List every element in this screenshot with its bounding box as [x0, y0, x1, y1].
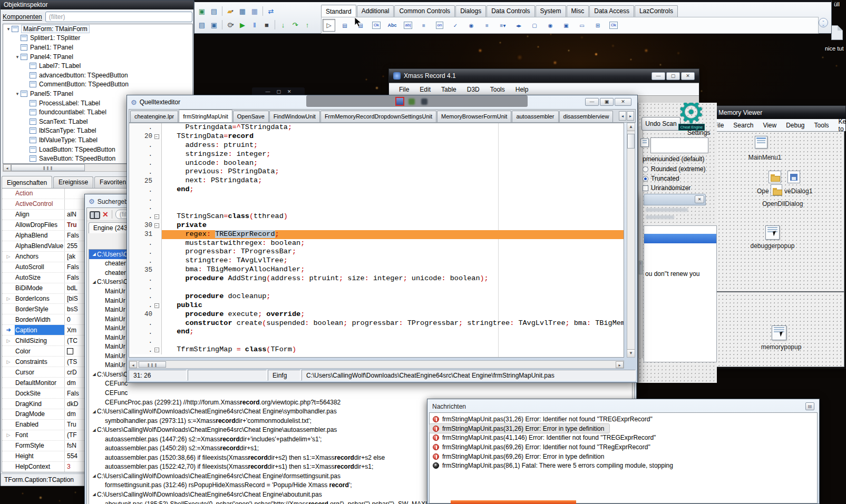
code-line[interactable]: . procedure AddString(address: ptruint; … [129, 274, 624, 283]
palette-tab-lazcontrols[interactable]: LazControls [635, 5, 678, 17]
code-line[interactable]: 30− private [129, 221, 624, 230]
expand-icon[interactable]: ▷ [2, 338, 15, 343]
code-line[interactable]: . end; [129, 328, 624, 337]
close-button[interactable]: ✕ [681, 72, 695, 80]
menu-item-view[interactable]: View [758, 120, 781, 131]
tree-item[interactable]: Panel1: TPanel [3, 43, 192, 52]
tree-item[interactable]: Label7: TLabel [3, 61, 192, 71]
tactionlist-icon[interactable]: Ok [607, 19, 620, 32]
editor-tab-opensave[interactable]: OpenSave [233, 111, 269, 122]
cursor-tool-icon[interactable]: ▷ [323, 19, 335, 32]
editor-tab-disassemblerview[interactable]: disassemblerview [559, 111, 614, 122]
menu-item-help[interactable]: Help [511, 84, 533, 95]
tcombobox-icon[interactable]: ≡▾ [497, 19, 509, 32]
code-line[interactable]: 40 procedure execute; override; [129, 310, 624, 319]
tpanel-icon[interactable]: ▭ [576, 19, 588, 32]
code-line[interactable]: . Pstringdata=^TStringdata; [129, 123, 624, 132]
expanded-icon[interactable]: ▾ [14, 91, 21, 96]
tframe-icon[interactable]: ⊞ [591, 19, 604, 32]
search-match-row[interactable]: CEFunc [89, 388, 632, 398]
editor-vscrollbar[interactable]: ▲ ▼ [627, 123, 635, 358]
component-label[interactable]: OpenDllDialog [762, 200, 803, 207]
expanded-icon[interactable]: ▾ [5, 26, 12, 32]
run-icon[interactable]: ▶ [237, 19, 248, 30]
code-line[interactable]: . address: ptruint; [129, 141, 624, 150]
code-line[interactable]: . [129, 337, 624, 345]
code-line[interactable]: . unicode: boolean; [129, 159, 624, 168]
tab-favoriten[interactable]: Favoriten [94, 176, 131, 188]
editor-tab-frmstringmapunit[interactable]: frmStringMapUnit [179, 110, 232, 122]
message-row[interactable]: frmStringMapUnit.pas(41,146) Error: Iden… [430, 433, 817, 442]
code-line[interactable]: . constructor create(suspended: boolean;… [129, 319, 624, 328]
palette-tab-common-controls[interactable]: Common Controls [394, 5, 455, 17]
tbutton-icon[interactable]: Ok [370, 19, 383, 32]
code-line[interactable]: . stringtree: TAvgLvlTree; [129, 256, 624, 265]
tgroupbox-icon[interactable]: ▢ [528, 19, 541, 32]
tmemo-icon[interactable]: ≡ [417, 19, 430, 32]
component-label[interactable]: Ope [757, 187, 769, 195]
tree-item[interactable]: ▾MainForm: TMainForm [3, 24, 192, 34]
menu-item-tools[interactable]: Tools [810, 120, 834, 131]
menu-item-table[interactable]: Table [436, 84, 461, 95]
code-line[interactable]: . [129, 283, 624, 292]
code-line[interactable]: .− public [129, 301, 624, 310]
memorypopup-component-icon[interactable] [772, 325, 786, 340]
new-unit-icon[interactable]: ▤ [209, 6, 219, 16]
options-icon[interactable]: ⚙▾ [225, 19, 236, 30]
editor-hscrollbar[interactable]: ◂ ❚❚❚ ▸ [129, 360, 624, 369]
open-dialog-icon[interactable] [769, 171, 781, 183]
pause-icon[interactable]: ‖ [249, 19, 260, 30]
component-label[interactable]: debuggerpopup [747, 242, 798, 250]
new-form-icon[interactable]: ▣ [197, 6, 207, 16]
code-line[interactable]: . end; [129, 185, 624, 194]
fold-icon[interactable]: − [152, 214, 161, 219]
maximize-button[interactable]: ▢ [666, 72, 680, 80]
code-line[interactable]: .− TfrmStringMap = class(TForm) [129, 345, 624, 354]
save-icon[interactable]: ▦ [237, 6, 248, 16]
selected-list-row[interactable] [644, 234, 716, 243]
menu-item-edit[interactable]: Edit [415, 84, 435, 95]
code-line[interactable]: . stringsize: integer; [129, 150, 624, 159]
expand-icon[interactable]: ▷ [2, 296, 15, 301]
tmainmenu-icon[interactable]: ▤ [338, 19, 351, 32]
expand-icon[interactable]: ▷ [2, 432, 15, 438]
tmainmenu-component-icon[interactable] [755, 136, 767, 149]
tree-item[interactable]: advancedbutton: TSpeedButton [3, 71, 192, 80]
menu-item-file[interactable]: File [394, 84, 414, 95]
desktop-icon-label-trash[interactable]: üll [834, 1, 840, 7]
radio-truncated[interactable]: Truncated [643, 175, 679, 182]
expanded-icon[interactable]: ◢ [91, 372, 97, 377]
step-into-icon[interactable]: ↓ [278, 19, 288, 30]
stop-icon[interactable]: ■ [261, 19, 272, 30]
save-dialog-icon[interactable] [787, 171, 800, 183]
tab-scroll-left-icon[interactable]: ◂ [619, 111, 626, 121]
desktop-icon-label[interactable]: nice tut [825, 45, 843, 52]
code-line[interactable]: 25 next: PStringdata; [129, 176, 624, 185]
code-line[interactable]: .− TStringScan=class(tthread) [129, 212, 624, 221]
component-label[interactable]: veDialog1 [784, 187, 812, 195]
save-all-icon[interactable]: ▦ [249, 6, 260, 16]
tab-scroll-right-icon[interactable]: ▸ [627, 111, 634, 121]
tradiobutton-icon[interactable]: ◉ [465, 19, 478, 32]
editor-tab-frmmemoryrecorddropdownsettingsunit[interactable]: FrmMemoryRecordDropdownSettingsUnit [320, 111, 436, 122]
close-icon[interactable]: ✕ [695, 195, 704, 203]
open-dialog-icon[interactable] [771, 184, 782, 196]
tree-item[interactable]: CommentButton: TSpeedButton [3, 80, 192, 90]
restore-button[interactable]: ▣ [600, 98, 614, 106]
code-line[interactable]: . procedure docleanup; [129, 292, 624, 301]
message-row[interactable]: frmStringMapUnit.pas(31,26) Error: Ident… [430, 414, 817, 424]
code-line[interactable]: 20− TStringData=record [129, 132, 624, 141]
menu-item-search[interactable]: Search [728, 120, 758, 131]
text-file-icon[interactable] [831, 25, 843, 40]
expanded-icon[interactable]: ▾ [14, 54, 21, 60]
undo-scan-button[interactable]: Undo Scan [641, 117, 680, 131]
editor-tab-findwindowunit[interactable]: FindWindowUnit [269, 111, 320, 122]
code-area[interactable]: . Pstringdata=^TStringdata;20− TStringDa… [129, 123, 624, 358]
step-over-icon[interactable]: ↷ [290, 19, 300, 30]
palette-tab-dialogs[interactable]: Dialogs [455, 5, 486, 17]
expanded-icon[interactable]: ◢ [91, 252, 97, 256]
code-line[interactable]: . previous: PStringData; [129, 167, 624, 176]
scroll-thumb[interactable]: ❚❚❚ [11, 164, 85, 171]
tab-eigenschaften[interactable]: Eigenschaften [2, 176, 52, 189]
debuggerpopup-component-icon[interactable] [765, 225, 780, 240]
